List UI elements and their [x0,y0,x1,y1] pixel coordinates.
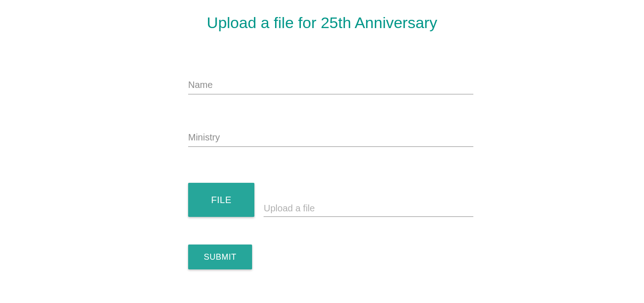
file-path-input[interactable] [264,200,473,217]
page-title: Upload a file for 25th Anniversary [0,14,644,32]
submit-row: SUBMIT [188,245,473,269]
upload-form: Name Ministry FILE SUBMIT [188,78,473,269]
name-input[interactable] [188,78,473,94]
upload-form-page: Upload a file for 25th Anniversary Name … [0,0,644,269]
submit-button[interactable]: SUBMIT [188,245,252,269]
file-field: FILE [188,183,473,217]
ministry-field: Ministry [188,130,473,147]
file-button[interactable]: FILE [188,183,254,217]
ministry-input[interactable] [188,130,473,147]
name-field: Name [188,78,473,94]
